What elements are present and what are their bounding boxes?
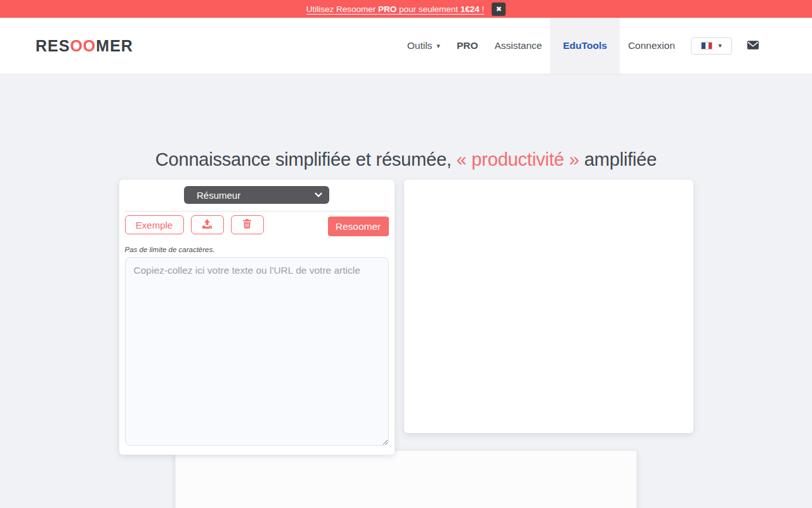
promo-text-segment: 1€24 [461,4,480,14]
logo-text: MER [96,37,133,55]
nav-menu: Outils ▾ PRO Assistance EduTools Connexi… [399,18,759,74]
mode-select[interactable]: Résumeur [184,186,329,204]
promo-link[interactable]: Utilisez Resoomer PRO pour seulement 1€2… [306,4,485,14]
nav-item-connexion[interactable]: Connexion [628,40,675,51]
page-title-text: amplifiée [579,149,657,170]
france-flag-icon [701,42,712,50]
result-panel [404,180,693,433]
chevron-down-icon [315,192,322,197]
logo-text: OO [70,37,96,55]
mode-select-value: Résumeur [184,190,240,201]
logo-text: RES [36,37,70,55]
divider [125,211,389,211]
navbar: RESOOMER Outils ▾ PRO Assistance EduTool… [0,18,812,74]
promo-text-segment: PRO [378,4,396,14]
example-button-label: Exemple [136,220,173,231]
contact-mail-button[interactable] [747,41,759,51]
resoomer-submit-button[interactable]: Resoomer [328,217,389,236]
nav-item-edutools[interactable]: EduTools [550,18,619,74]
chevron-down-icon: ▾ [718,43,721,49]
page-title-highlight: « productivité » [457,149,579,170]
nav-item-label: Connexion [628,40,675,51]
language-selector[interactable]: ▾ [691,37,732,55]
promo-banner: Utilisez Resoomer PRO pour seulement 1€2… [0,0,812,18]
lower-section-card [176,451,637,508]
nav-item-label: PRO [457,40,478,51]
input-toolbar: Exemple [125,215,389,236]
source-text-input[interactable] [125,257,389,446]
promo-text-segment: Utilisez Resoomer [306,4,378,14]
page-title: Connaissance simplifiée et résumée, « pr… [0,149,812,170]
chevron-down-icon: ▾ [436,43,440,50]
nav-item-label: Assistance [494,40,542,51]
clear-trash-button[interactable] [231,215,264,234]
nav-item-label: Outils [407,40,433,51]
main-content: Résumeur Exemple [119,180,693,455]
input-panel: Résumeur Exemple [119,180,395,455]
trash-icon [243,219,251,231]
upload-icon [202,218,213,231]
page-title-text: Connaissance simplifiée et résumée, [155,149,457,170]
close-icon: ✖ [496,3,502,16]
promo-text-segment: ! [480,4,485,14]
nav-item-outils[interactable]: Outils ▾ [407,40,440,51]
submit-button-label: Resoomer [336,221,381,232]
banner-close-button[interactable]: ✖ [492,3,506,16]
resoomer-logo[interactable]: RESOOMER [36,37,133,55]
envelope-icon [747,41,759,51]
nav-item-label: EduTools [563,40,606,51]
promo-text-segment: pour seulement [396,4,461,14]
nav-item-pro[interactable]: PRO [457,40,478,51]
character-limit-hint: Pas de limite de caractères. [125,246,389,253]
nav-item-assistance[interactable]: Assistance [494,40,542,51]
example-button[interactable]: Exemple [125,215,184,234]
upload-button[interactable] [191,215,224,234]
